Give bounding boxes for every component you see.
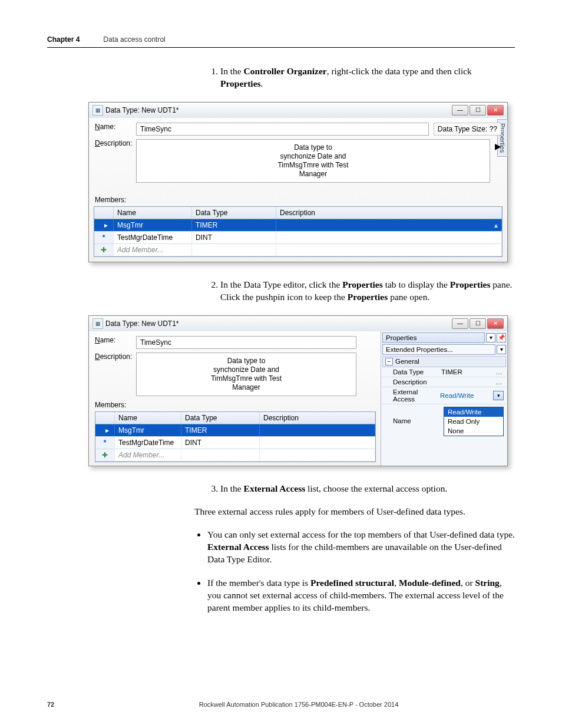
data-type-window-props: ▦ Data Type: New UDT1* — ☐ ✕ Properties … [88, 315, 508, 466]
add-member-row[interactable]: ✚ Add Member... [95, 449, 375, 462]
minimize-button[interactable]: — [452, 318, 468, 329]
publication-info: Rockwell Automation Publication 1756-PM0… [82, 701, 515, 708]
maximize-button[interactable]: ☐ [470, 318, 486, 329]
grid-header: Name Data Type Description [94, 207, 502, 219]
table-row[interactable]: * TestMgrDateTime DINT [95, 437, 375, 449]
figure-1: ▦ Data Type: New UDT1* — ☐ ✕ Properties … [88, 102, 515, 262]
dropdown-arrow-icon[interactable]: ▾ [497, 345, 506, 354]
table-row[interactable]: * TestMgrDateTime DINT [94, 232, 502, 244]
rules-intro: Three external access rules apply for me… [194, 506, 515, 518]
ellipsis-button[interactable]: … [494, 368, 504, 375]
prop-row-external-access[interactable]: External Access Read/Write ▾ [382, 387, 506, 404]
step-1: In the Controller Organizer, right-click… [220, 65, 515, 90]
properties-pane: Properties ▾ 📌 Extended Properties... ▾ … [381, 331, 507, 466]
close-button[interactable]: ✕ [487, 105, 504, 116]
minimize-button[interactable]: — [452, 105, 468, 116]
description-label: Description: [95, 139, 136, 147]
members-label: Members: [95, 401, 376, 409]
prop-row-name: Name Read/Write Read Only None [382, 404, 506, 437]
expand-arrow-icon[interactable]: ▶ [495, 139, 501, 151]
step-list-2: In the Data Type editor, click the Prope… [206, 279, 515, 304]
description-input[interactable]: Data type to synchonize Date and TimMsgT… [136, 353, 356, 396]
section-label: Data access control [103, 35, 165, 44]
collapse-icon[interactable]: − [385, 358, 393, 365]
rule-2: If the member's data type is Predefined … [207, 575, 515, 614]
titlebar: ▦ Data Type: New UDT1* — ☐ ✕ [89, 316, 507, 331]
external-access-dropdown[interactable]: Read/Write Read Only None [444, 407, 504, 436]
step-2: In the Data Type editor, click the Prope… [220, 279, 515, 304]
col-name[interactable]: Name [114, 207, 192, 219]
close-button[interactable]: ✕ [487, 318, 504, 329]
prop-row-data-type: Data Type TIMER … [382, 367, 506, 377]
step-list-3: In the External Access list, choose the … [206, 483, 515, 495]
description-label: Description: [95, 353, 136, 361]
data-type-window: ▦ Data Type: New UDT1* — ☐ ✕ Properties … [88, 102, 508, 262]
name-input[interactable]: TimeSync [136, 123, 429, 136]
extended-properties-tab[interactable]: Extended Properties... [382, 344, 495, 355]
members-grid: Name Data Type Description * ▸ MsgTmr TI… [95, 411, 376, 462]
page-number: 72 [47, 701, 82, 708]
window-icon: ▦ [92, 318, 103, 329]
properties-tab[interactable]: Properties [382, 332, 485, 343]
dropdown-arrow-icon[interactable]: ▾ [493, 391, 504, 400]
step-list: In the Controller Organizer, right-click… [206, 65, 515, 90]
table-row-selected[interactable]: * ▸ MsgTmr TIMER ▴ [94, 219, 502, 232]
prop-row-description: Description … [382, 377, 506, 387]
description-input[interactable]: Data type to synchonize Date and TimMsgT… [136, 139, 490, 183]
page-header: Chapter 4 Data access control [47, 35, 515, 48]
rule-1: You can only set external access for the… [207, 527, 515, 566]
option-read-only[interactable]: Read Only [444, 417, 503, 426]
name-input[interactable]: TimeSync [136, 336, 356, 349]
step-3: In the External Access list, choose the … [220, 483, 515, 495]
page-footer: 72 Rockwell Automation Publication 1756-… [47, 701, 515, 708]
option-read-write[interactable]: Read/Write [444, 407, 503, 417]
table-row-selected[interactable]: * ▸ MsgTmr TIMER [95, 424, 375, 437]
general-group[interactable]: − General [382, 356, 506, 367]
col-type[interactable]: Data Type [192, 207, 276, 219]
members-grid: Name Data Type Description * ▸ MsgTmr TI… [94, 206, 503, 257]
option-none[interactable]: None [444, 426, 503, 436]
add-member-row[interactable]: ✚ Add Member... [94, 244, 502, 256]
window-icon: ▦ [92, 105, 103, 116]
dropdown-arrow-icon[interactable]: ▾ [486, 333, 495, 342]
window-title: Data Type: New UDT1* [105, 106, 452, 114]
pushpin-icon[interactable]: 📌 [497, 333, 506, 342]
rules-list: You can only set external access for the… [194, 527, 515, 614]
titlebar: ▦ Data Type: New UDT1* — ☐ ✕ [89, 103, 507, 118]
maximize-button[interactable]: ☐ [470, 105, 486, 116]
name-label: Name: [95, 123, 136, 131]
col-desc[interactable]: Description [276, 207, 502, 219]
data-type-size: Data Type Size: ?? [434, 123, 501, 136]
name-label: Name: [95, 336, 136, 344]
ellipsis-button[interactable]: … [494, 378, 504, 386]
window-title: Data Type: New UDT1* [105, 319, 452, 328]
chapter-label: Chapter 4 [47, 35, 80, 44]
figure-2: ▦ Data Type: New UDT1* — ☐ ✕ Properties … [88, 315, 515, 466]
members-label: Members: [95, 196, 507, 204]
